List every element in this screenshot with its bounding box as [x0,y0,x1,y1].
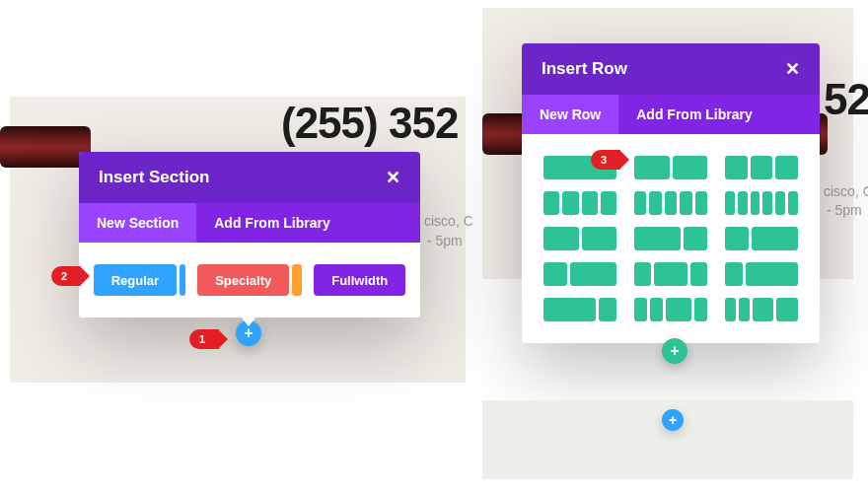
row-layout-1-2[interactable] [725,227,798,250]
modal-tabs: New Section Add From Library [79,203,420,243]
add-section-plus-icon[interactable]: + [662,409,684,431]
add-section-plus-icon[interactable]: + [236,320,261,346]
phone-number-fragment: 52 [824,75,868,124]
regular-stub-icon [180,264,185,296]
modal-header: Insert Row ✕ [522,43,820,95]
fullwidth-section-button[interactable]: Fullwidth [314,264,405,296]
row-layout-2col[interactable] [634,156,707,179]
insert-row-modal: Insert Row ✕ New Row Add From Library [522,43,820,343]
row-layout-1-1[interactable] [543,227,616,250]
hours-fragment: - 5pm [827,202,862,218]
row-layout-grid [522,134,820,343]
hours-fragment: - 5pm [427,233,463,248]
close-icon[interactable]: ✕ [386,169,400,186]
row-layout-5col[interactable] [634,191,707,215]
row-layout-1-3[interactable] [725,262,798,286]
specialty-section-button[interactable]: Specialty [197,264,302,296]
tab-new-row[interactable]: New Row [522,95,618,134]
add-row-plus-icon[interactable]: + [662,338,687,364]
address-fragment: cisco, C [424,213,473,229]
row-layout-1-2b[interactable] [543,262,616,286]
modal-title: Insert Row [542,59,627,79]
close-icon[interactable]: ✕ [785,60,800,78]
insert-section-modal: Insert Section ✕ New Section Add From Li… [79,152,420,317]
row-layout-1-1-1w[interactable] [634,262,707,286]
specialty-stub-icon [292,264,302,296]
row-layout-1-1-2-2[interactable] [725,298,798,321]
modal-header: Insert Section ✕ [79,152,420,203]
row-layout-2-1[interactable] [634,227,707,250]
phone-number-fragment: (255) 352 [281,99,458,148]
product-image-fragment [0,126,91,168]
regular-label: Regular [94,264,177,296]
row-layout-4col[interactable] [543,191,616,215]
annotation-callout-3: 3 [591,150,620,170]
row-layout-3-1[interactable] [543,298,616,321]
row-layout-1-1-1-1w[interactable] [634,298,707,321]
modal-body: Regular Specialty Fullwidth [79,243,420,317]
row-layout-6col[interactable] [725,191,798,215]
tab-add-from-library[interactable]: Add From Library [618,95,769,134]
annotation-callout-2: 2 [51,266,81,286]
tab-new-section[interactable]: New Section [79,203,196,243]
specialty-label: Specialty [197,264,289,296]
modal-title: Insert Section [99,168,209,187]
annotation-callout-1: 1 [189,329,219,349]
tab-add-from-library[interactable]: Add From Library [196,203,347,243]
modal-tabs: New Row Add From Library [522,95,820,134]
address-fragment: cisco, C [824,183,868,199]
regular-section-button[interactable]: Regular [94,264,185,296]
row-layout-3col[interactable] [725,156,798,179]
